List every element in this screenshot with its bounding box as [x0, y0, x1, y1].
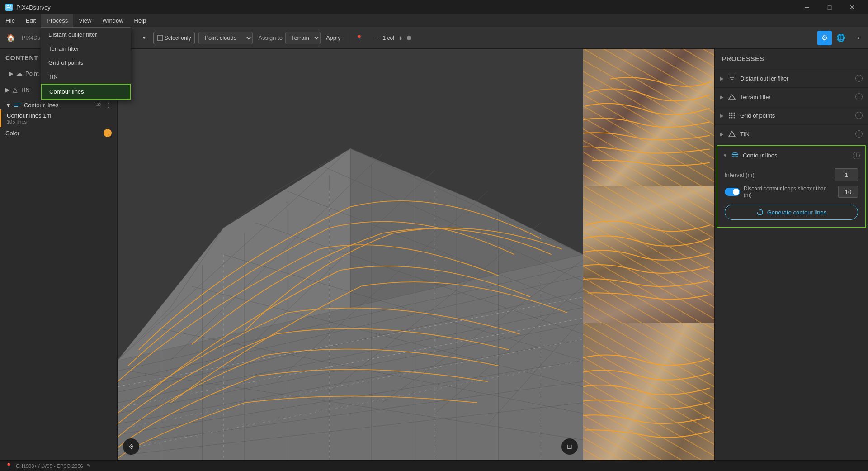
- dropdown-item-grid-of-points[interactable]: Grid of points: [41, 56, 131, 70]
- process-item-tin[interactable]: ▶ TIN i: [715, 125, 868, 143]
- viewport-3d[interactable]: ⚙ ⊡: [118, 49, 583, 460]
- cloud-icon: ☁: [16, 70, 23, 77]
- maximize-button[interactable]: □: [819, 0, 840, 14]
- generate-label: Generate contour lines: [767, 209, 827, 216]
- apply-button[interactable]: Apply: [322, 34, 344, 41]
- terrain-filter-icon: [727, 92, 736, 101]
- dropdown-item-distant-outlier-filter[interactable]: Distant outlier filter: [41, 28, 131, 42]
- info-icon-1[interactable]: i: [855, 75, 863, 82]
- menubar: File Edit Process View Window Help Dista…: [0, 14, 868, 27]
- close-button[interactable]: ✕: [842, 0, 863, 14]
- point-clouds-collapse-icon: ▶: [9, 70, 14, 77]
- col-dot: [407, 36, 411, 40]
- process-name-tin: TIN: [740, 131, 852, 138]
- generate-icon: [756, 209, 764, 216]
- discard-value-input[interactable]: [838, 186, 858, 198]
- menu-file[interactable]: File: [0, 14, 20, 27]
- contour-header-left[interactable]: ▼ Contour lines: [5, 102, 58, 109]
- more-icon[interactable]: ⋮: [105, 101, 112, 109]
- svg-point-60: [734, 115, 735, 116]
- grid-of-points-icon: [727, 111, 736, 120]
- svg-marker-64: [729, 131, 735, 137]
- right-panel-header: Processes: [715, 49, 868, 69]
- interval-input[interactable]: [835, 168, 858, 181]
- process-chevron-3: ▶: [720, 113, 724, 118]
- assign-to-group: Assign to Terrain: [258, 32, 320, 44]
- svg-point-62: [731, 117, 733, 119]
- contour-collapse-icon: ▼: [5, 102, 11, 109]
- contour-lines-icon: [14, 104, 21, 107]
- dropdown-item-terrain-filter[interactable]: Terrain filter: [41, 42, 131, 56]
- home-button[interactable]: 🏠: [4, 31, 18, 45]
- globe-button[interactable]: 🌐: [834, 31, 848, 45]
- point-clouds-select[interactable]: Point clouds: [198, 32, 253, 44]
- col-minus-button[interactable]: ─: [372, 31, 381, 45]
- contour-section-label: Contour lines: [24, 102, 59, 109]
- col-count: 1 col: [382, 35, 394, 41]
- info-icon-contour[interactable]: i: [853, 152, 860, 159]
- info-icon-2[interactable]: i: [855, 93, 863, 100]
- map-strip-3: [583, 323, 714, 460]
- menu-edit[interactable]: Edit: [20, 14, 41, 27]
- aerial-image-3: [583, 323, 714, 460]
- discard-contour-toggle[interactable]: [725, 188, 740, 196]
- contour-header-right: 👁 ⋮: [95, 101, 112, 109]
- color-swatch[interactable]: [104, 129, 112, 137]
- process-chevron-2: ▶: [720, 95, 724, 100]
- window-controls: ─ □ ✕: [797, 0, 863, 14]
- svg-point-58: [729, 115, 731, 116]
- process-item-distant-outlier-filter[interactable]: ▶ Distant outlier filter i: [715, 69, 868, 88]
- contour-layer-item[interactable]: Contour lines 1m 105 lines: [0, 109, 117, 127]
- settings-icon-button[interactable]: ⚙: [817, 31, 832, 45]
- right-panel: Processes ▶ Distant outlier filter i ▶ T…: [714, 49, 868, 460]
- pin-button[interactable]: 📍: [352, 31, 366, 45]
- viewport-compare-button[interactable]: ⊡: [561, 438, 578, 455]
- app-title: PIX4Dsurvey: [16, 4, 797, 11]
- edit-coordinates-icon[interactable]: ✎: [87, 463, 91, 469]
- viewport-map: [583, 49, 714, 460]
- process-chevron-4: ▶: [720, 132, 724, 137]
- menu-view[interactable]: View: [73, 14, 97, 27]
- toolbar-separator-2: [133, 33, 133, 43]
- menu-process[interactable]: Process: [41, 14, 73, 27]
- process-item-terrain-filter[interactable]: ▶ Terrain filter i: [715, 88, 868, 106]
- select-only-button[interactable]: Select only: [153, 32, 195, 44]
- dropdown-arrow-button[interactable]: ▼: [137, 31, 151, 45]
- dropdown-item-tin[interactable]: TIN: [41, 70, 131, 84]
- process-item-grid-of-points[interactable]: ▶ Grid of points i: [715, 106, 868, 125]
- terrain-select[interactable]: Terrain: [285, 32, 321, 44]
- contour-lines-body: Interval (m) Discard contour loops short…: [717, 165, 865, 227]
- process-name-distant-outlier-filter: Distant outlier filter: [740, 75, 852, 82]
- viewport-area: ⚙ ⊡: [118, 49, 714, 460]
- svg-point-57: [734, 113, 735, 114]
- contour-overlay-3: [583, 323, 714, 460]
- col-plus-button[interactable]: +: [396, 31, 405, 45]
- viewport-settings-button[interactable]: ⚙: [123, 438, 139, 455]
- menu-help[interactable]: Help: [129, 14, 152, 27]
- svg-point-63: [734, 117, 735, 119]
- generate-contour-lines-button[interactable]: Generate contour lines: [725, 205, 858, 220]
- process-chevron-1: ▶: [720, 76, 724, 81]
- discard-contour-label: Discard contour loops shorter than (m): [744, 186, 835, 198]
- eye-icon[interactable]: 👁: [95, 101, 102, 109]
- svg-point-56: [731, 113, 733, 114]
- app-icon-text: P4: [6, 5, 12, 10]
- assign-to-label: Assign to: [258, 34, 282, 41]
- dropdown-item-contour-lines[interactable]: Contour lines: [41, 84, 131, 100]
- distant-outlier-filter-icon: [727, 74, 736, 83]
- minimize-button[interactable]: ─: [797, 0, 817, 14]
- contour-lines-process-header[interactable]: ▼ Contour lines i: [717, 146, 865, 165]
- color-row: Color: [0, 127, 117, 139]
- info-icon-3[interactable]: i: [855, 112, 863, 119]
- contour-lines-chevron: ▼: [723, 153, 727, 158]
- sidebar: Content ▶ ☁ Point clouds ▶ △ TIN ▼: [0, 49, 118, 460]
- contour-lines-expanded-section: ▼ Contour lines i Interval (m): [717, 145, 866, 228]
- select-only-label: Select only: [165, 35, 191, 41]
- menu-window[interactable]: Window: [97, 14, 128, 27]
- contour-overlay-1: [583, 49, 714, 186]
- app-icon: P4: [5, 4, 13, 11]
- user-button[interactable]: →: [850, 31, 864, 45]
- aerial-image-2: [583, 186, 714, 323]
- info-icon-4[interactable]: i: [855, 130, 863, 138]
- toolbar-separator-3: [348, 33, 348, 43]
